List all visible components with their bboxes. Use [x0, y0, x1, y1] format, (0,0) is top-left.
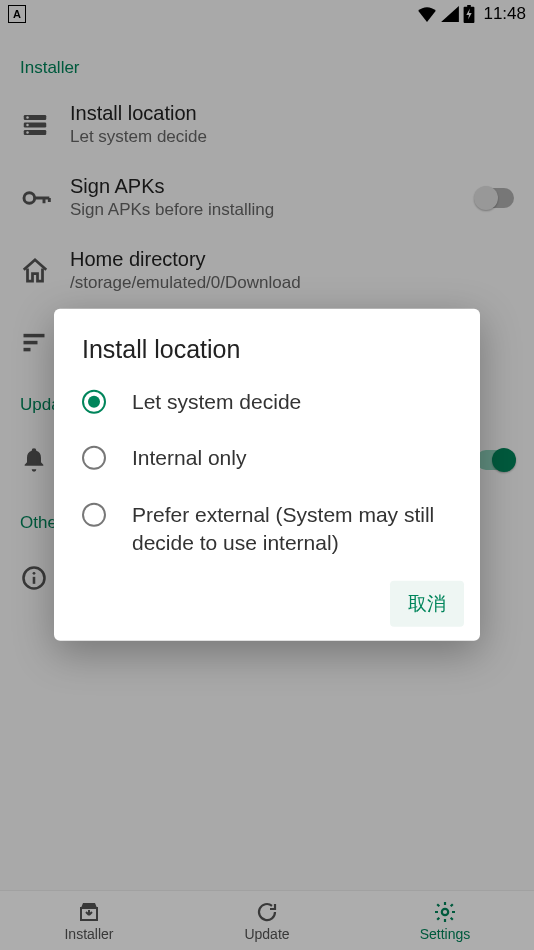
dialog-option-external[interactable]: Prefer external (System may still decide… — [54, 487, 480, 572]
radio-icon — [82, 390, 106, 414]
option-label: Let system decide — [132, 388, 301, 416]
dialog-title: Install location — [54, 335, 480, 374]
radio-icon — [82, 446, 106, 470]
cancel-button[interactable]: 取消 — [390, 581, 464, 627]
dialog-option-system[interactable]: Let system decide — [54, 374, 480, 430]
install-location-dialog: Install location Let system decide Inter… — [54, 309, 480, 641]
option-label: Internal only — [132, 444, 246, 472]
option-label: Prefer external (System may still decide… — [132, 501, 452, 558]
radio-icon — [82, 503, 106, 527]
dialog-option-internal[interactable]: Internal only — [54, 430, 480, 486]
